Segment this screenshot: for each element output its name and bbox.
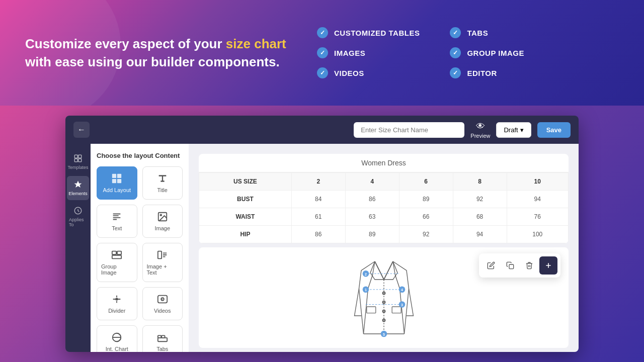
element-divider[interactable]: Divider	[97, 287, 137, 320]
feature-label-videos: VIDEOS	[334, 69, 364, 77]
save-button[interactable]: Save	[537, 122, 571, 138]
svg-text:3: 3	[401, 303, 403, 307]
add-button[interactable]	[539, 256, 557, 275]
title-label: Title	[157, 187, 168, 193]
tabs-label: Tabs	[156, 346, 168, 352]
element-videos[interactable]: Videos	[142, 287, 183, 320]
svg-rect-0	[74, 155, 77, 158]
row-hip-6: 92	[399, 226, 453, 243]
preview-label: Preview	[470, 133, 490, 139]
svg-point-24	[382, 301, 385, 303]
hero-section: Customize every aspect of your size char…	[0, 0, 644, 106]
element-image-text[interactable]: Image + Text	[142, 243, 183, 282]
back-button[interactable]: ←	[73, 122, 90, 138]
hero-headline: Customize every aspect of your size char…	[25, 35, 287, 71]
col-header-4: 4	[345, 173, 399, 191]
draft-label: Draft	[504, 126, 518, 134]
svg-text:4: 4	[401, 288, 403, 292]
table-title: Women Dress	[199, 154, 569, 172]
feature-group-image: ✓ GROUP IMAGE	[450, 47, 524, 58]
chevron-down-icon: ▾	[520, 126, 524, 134]
topbar: ← 👁 Preview Draft ▾ Save	[65, 116, 579, 144]
draft-button[interactable]: Draft ▾	[496, 122, 531, 138]
row-hip-label: HIP	[199, 226, 292, 243]
feature-tabs: ✓ TABS	[450, 27, 524, 38]
svg-rect-11	[112, 251, 116, 254]
save-label: Save	[546, 126, 561, 134]
row-bust-4: 86	[345, 191, 399, 208]
svg-rect-21	[158, 338, 167, 341]
feature-editor: ✓ EDITOR	[450, 67, 524, 78]
feature-label-images: IMAGES	[334, 49, 365, 57]
row-waist-6: 66	[399, 208, 453, 226]
element-tabs[interactable]: Tabs	[142, 325, 183, 352]
svg-text:5: 5	[383, 332, 385, 337]
text-label: Text	[112, 225, 122, 231]
tabs-icon	[157, 332, 168, 343]
edit-button[interactable]	[482, 256, 500, 275]
row-waist-10: 76	[507, 208, 568, 226]
feature-label-customized-tables: CUSTOMIZED TABLES	[334, 29, 420, 37]
element-group-image[interactable]: Group Image	[97, 243, 137, 282]
col-header-size: US SIZE	[199, 173, 292, 191]
row-hip-4: 89	[345, 226, 399, 243]
sidebar-item-templates[interactable]: Templates	[67, 150, 89, 174]
group-image-icon	[111, 249, 122, 260]
table-row: HIP 86 89 92 94 100	[199, 226, 569, 243]
image-text-icon	[157, 249, 168, 260]
sidebar-item-elements[interactable]: Elements	[67, 176, 89, 200]
main-layout: Templates Elements Applies To	[65, 144, 579, 352]
svg-point-10	[160, 214, 162, 216]
element-text[interactable]: Text	[97, 205, 137, 238]
svg-rect-6	[117, 174, 121, 178]
table-row: WAIST 61 63 66 68 76	[199, 208, 569, 226]
chart-name-input[interactable]	[354, 122, 464, 138]
table-section: Women Dress US SIZE 2 4 6 8 10	[199, 154, 569, 243]
image-icon	[157, 211, 168, 222]
preview-button[interactable]: 👁 Preview	[470, 121, 490, 139]
table-header-row: US SIZE 2 4 6 8 10	[199, 173, 569, 191]
element-image[interactable]: Image	[142, 205, 183, 238]
element-int-chart[interactable]: Int. Chart	[97, 325, 137, 352]
check-icon-1: ✓	[317, 27, 328, 38]
add-layout-label: Add Layout	[103, 187, 131, 193]
col-header-10: 10	[507, 173, 568, 191]
sidebar-elements-label: Elements	[68, 191, 88, 196]
trash-icon	[525, 261, 533, 269]
row-bust-10: 94	[507, 191, 568, 208]
sidebar-item-applies-to[interactable]: Applies To	[67, 202, 89, 231]
svg-rect-28	[392, 307, 401, 313]
app-container: ← 👁 Preview Draft ▾ Save	[65, 116, 579, 352]
elements-panel: Choose the layout Content Add Layout	[91, 144, 189, 352]
divider-icon	[111, 294, 122, 305]
row-bust-8: 92	[453, 191, 507, 208]
svg-rect-27	[366, 307, 375, 313]
element-title[interactable]: Title	[142, 166, 183, 200]
feature-videos: ✓ VIDEOS	[317, 67, 420, 78]
jacket-illustration: 1 2 3 4 5	[344, 252, 424, 343]
feature-customized-tables: ✓ CUSTOMIZED TABLES	[317, 27, 420, 38]
row-bust-2: 84	[291, 191, 345, 208]
svg-rect-3	[78, 159, 82, 162]
svg-rect-8	[117, 179, 121, 183]
row-waist-2: 61	[291, 208, 345, 226]
col-header-8: 8	[453, 173, 507, 191]
group-image-label: Group Image	[101, 263, 133, 276]
delete-button[interactable]	[520, 256, 538, 275]
check-icon-2: ✓	[317, 47, 328, 58]
row-waist-4: 63	[345, 208, 399, 226]
svg-point-25	[382, 310, 385, 312]
plus-icon	[544, 261, 552, 269]
sidebar-applies-label: Applies To	[69, 217, 87, 227]
svg-rect-22	[509, 264, 514, 269]
svg-rect-5	[112, 174, 116, 178]
image-text-label: Image + Text	[147, 263, 179, 276]
image-section: 1 2 3 4 5	[199, 247, 569, 348]
title-icon	[157, 173, 168, 184]
copy-button[interactable]	[501, 256, 519, 275]
element-add-layout[interactable]: Add Layout	[97, 166, 137, 200]
feature-images: ✓ IMAGES	[317, 47, 420, 58]
elements-grid: Add Layout Title Text	[97, 166, 183, 352]
templates-icon	[73, 154, 83, 163]
hero-features: ✓ CUSTOMIZED TABLES ✓ IMAGES ✓ VIDEOS ✓ …	[317, 27, 524, 78]
